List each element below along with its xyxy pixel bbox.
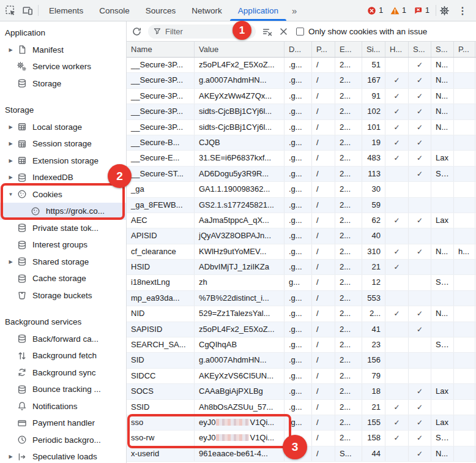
sidebar-item-storage-buckets[interactable]: Storage buckets <box>0 287 126 304</box>
sidebar-item-session-storage[interactable]: ▶Session storage <box>0 135 126 152</box>
only-issues-checkbox[interactable] <box>296 28 304 36</box>
cookie-row-secure-3p[interactable]: __Secure-3P...g.a0007AhdmHN....g.../2...… <box>127 73 476 88</box>
cookie-row-apisid[interactable]: APISIDjQyAV3Z8OBPAJn....g.../2...40 <box>127 228 476 244</box>
tab-elements[interactable]: Elements <box>41 0 91 21</box>
expander-right-icon[interactable]: ▶ <box>6 454 15 459</box>
refresh-icon[interactable] <box>132 26 142 37</box>
sidebar-item-periodic-backgro[interactable]: Periodic backgro... <box>0 432 126 449</box>
sidebar-item-background-sync[interactable]: Background sync <box>0 364 126 382</box>
cookie-row-sid[interactable]: SIDg.a0007AhdmHN....g.../2...156 <box>127 353 476 368</box>
cookie-row-secure-3p[interactable]: __Secure-3P...z5oPL4Fx2_E5XoZ....g.../2.… <box>127 58 476 73</box>
cookies-table: NameValueD...P...E...Si...H...S...S...P.… <box>127 42 476 463</box>
cookie-row-sidcc[interactable]: SIDCCAKEyXzVS6CI5UN....g.../2...79 <box>127 369 476 384</box>
cookie-row-cf-clearance[interactable]: cf_clearanceKWlHz9utYoMEV....g.../2...31… <box>127 244 476 260</box>
issues-badge[interactable]: 1 <box>414 6 430 15</box>
cell-expires: 2... <box>335 275 362 290</box>
sidebar-item-cookies[interactable]: ▼Cookies <box>0 186 126 203</box>
expander-right-icon[interactable]: ▶ <box>6 175 15 180</box>
cookie-row-socs[interactable]: SOCSCAAaBgiAjPXLBg.g.../2...18✓Lax <box>127 384 476 399</box>
cell-path: / <box>312 213 335 228</box>
cell-value: CJQB <box>195 135 284 150</box>
sidebar-item-private-state-tok[interactable]: Private state tok... <box>0 220 126 237</box>
sidebar-item-storage[interactable]: Storage <box>0 75 126 92</box>
cell-value: AaJma5tppcA_qX... <box>195 213 284 228</box>
cookie-row-secure-3p[interactable]: __Secure-3P...sidts-CjcBBj1CYj6l....g...… <box>127 104 476 119</box>
delete-selected-icon[interactable] <box>278 26 289 37</box>
settings-gear-icon[interactable] <box>439 5 450 17</box>
column-header-1[interactable]: Value <box>195 42 284 57</box>
cookie-row-sso[interactable]: ssoeyJ0V1Qi....g.../2...155✓✓Lax <box>127 415 476 431</box>
tab-sources[interactable]: Sources <box>138 0 184 21</box>
sidebar-item-service-workers[interactable]: Service workers <box>0 58 126 75</box>
sidebar-item-local-storage[interactable]: ▶Local storage <box>0 119 126 136</box>
column-header-7[interactable]: S... <box>409 42 431 57</box>
sidebar-item-interest-groups[interactable]: Interest groups <box>0 236 126 254</box>
cookie-row-x-userid[interactable]: x-userid961eaace-be61-4.../S...44✓N... <box>127 446 476 462</box>
sidebar-item-cache-storage[interactable]: Cache storage <box>0 270 126 287</box>
cookie-row-sapisid[interactable]: SAPISIDz5oPL4Fx2_E5XoZ....g.../2...41✓ <box>127 322 476 337</box>
expander-right-icon[interactable]: ▶ <box>6 47 15 53</box>
expander-right-icon[interactable]: ▶ <box>6 124 15 130</box>
cookie-row-secure-b[interactable]: __Secure-B...CJQB.g.../2...19✓✓ <box>127 135 476 151</box>
tab-console[interactable]: Console <box>91 0 138 21</box>
cookie-row-mp-ea93da[interactable]: mp_ea93da...%7B%22distinct_i....g.../2..… <box>127 291 476 306</box>
column-header-6[interactable]: H... <box>385 42 409 57</box>
expander-right-icon[interactable]: ▶ <box>6 259 15 265</box>
expander-right-icon[interactable]: ▶ <box>6 158 15 164</box>
cell-size: 21 <box>362 260 385 274</box>
cookie-row-secure-e[interactable]: __Secure-E...31.SE=i6P6837kxf....g.../2.… <box>127 151 476 166</box>
column-header-4[interactable]: E... <box>335 42 362 57</box>
cookie-row-i18nextlng[interactable]: i18nextLngzhg.../2...12St... <box>127 275 476 290</box>
expander-down-icon[interactable]: ▼ <box>6 192 15 197</box>
sidebar-item-speculative-loads[interactable]: ▶Speculative loads <box>0 448 126 463</box>
sidebar-item-payment-handler[interactable]: Payment handler <box>0 415 126 432</box>
console-errors-badge[interactable]: 1 <box>367 6 383 15</box>
sidebar-item-bounce-tracking[interactable]: Bounce tracking ... <box>0 381 126 398</box>
sidebar-item-back-forward-ca[interactable]: Back/forward ca... <box>0 331 126 348</box>
cookie-row-ssid[interactable]: SSIDAh8bOsAZSUu_57....g.../2...21✓✓ <box>127 400 476 415</box>
clear-all-cookies-icon[interactable] <box>262 26 272 37</box>
table-header-row: NameValueD...P...E...Si...H...S...S...P.… <box>127 42 476 58</box>
column-header-3[interactable]: P... <box>312 42 335 57</box>
cookie-row-ga[interactable]: _gaGA1.1.190098362....g.../2...30 <box>127 182 476 197</box>
sidebar-item-manifest[interactable]: ▶Manifest <box>0 42 126 59</box>
column-header-0[interactable]: Name <box>127 42 195 57</box>
tab-network[interactable]: Network <box>184 0 230 21</box>
cell-http_only <box>385 58 409 72</box>
cookie-row-ga-8fewb[interactable]: _ga_8FEWB...GS2.1.s177245821....g.../2..… <box>127 198 476 213</box>
cookie-row-nid[interactable]: NID529=Zz1TalezsYal....g.../2...2...✓✓N.… <box>127 306 476 322</box>
sidebar-item-indexeddb[interactable]: ▶IndexedDB <box>0 169 126 186</box>
kebab-menu-icon[interactable]: ⋮ <box>454 5 471 17</box>
cell-size: 59 <box>362 198 385 213</box>
cookie-row-secure-st[interactable]: __Secure-ST...AD6Dogu5y3R9R....g.../2...… <box>127 167 476 182</box>
cookie-row-aec[interactable]: AECAaJma5tppcA_qX....g.../2...62✓✓Lax <box>127 213 476 228</box>
tab-application[interactable]: Application <box>230 0 286 21</box>
sidebar-item-background-fetch[interactable]: Background fetch <box>0 347 126 364</box>
sidebar-item-shared-storage[interactable]: ▶Shared storage <box>0 254 126 271</box>
filter-input[interactable] <box>148 24 256 39</box>
specload-icon <box>17 452 27 462</box>
cell-domain: .g... <box>284 151 312 165</box>
cookie-row-hsid[interactable]: HSIDADbvIMjTJ_1ziIKZa.g.../2...21✓ <box>127 260 476 275</box>
column-header-8[interactable]: S... <box>431 42 454 57</box>
device-toolbar-icon[interactable] <box>22 5 33 16</box>
cookie-row-search-sa[interactable]: SEARCH_SA...CgQIhqAB.g.../2...23St... <box>127 337 476 353</box>
column-header-9[interactable]: P... <box>454 42 475 57</box>
cell-http_only <box>385 228 409 243</box>
expander-right-icon[interactable]: ▶ <box>6 141 15 146</box>
sidebar-item-https-grok-co[interactable]: https://grok.co... <box>0 203 126 220</box>
sidebar-item-extension-storage[interactable]: ▶Extension storage <box>0 152 126 170</box>
inspect-element-icon[interactable] <box>5 5 16 16</box>
more-tabs-button[interactable]: » <box>286 0 302 21</box>
column-header-2[interactable]: D... <box>284 42 312 57</box>
cell-partition <box>454 198 475 213</box>
cell-value: Ah8bOsAZSUu_57... <box>195 400 284 415</box>
console-warnings-badge[interactable]: 1 <box>390 6 406 15</box>
cell-secure: ✓ <box>409 446 431 461</box>
cookie-row-secure-3p[interactable]: __Secure-3P...sidts-CjcBBj1CYj6l....g...… <box>127 120 476 135</box>
cookie-row-sso-rw[interactable]: sso-rweyJ0V1Qi....g.../2...158✓✓St... <box>127 431 476 446</box>
sidebar-item-notifications[interactable]: Notifications <box>0 398 126 415</box>
cookie-row-secure-3p[interactable]: __Secure-3P...AKEyXzWw4Z7Qx....g.../2...… <box>127 89 476 104</box>
column-header-5[interactable]: Si... <box>362 42 385 57</box>
cell-partition <box>454 431 475 445</box>
